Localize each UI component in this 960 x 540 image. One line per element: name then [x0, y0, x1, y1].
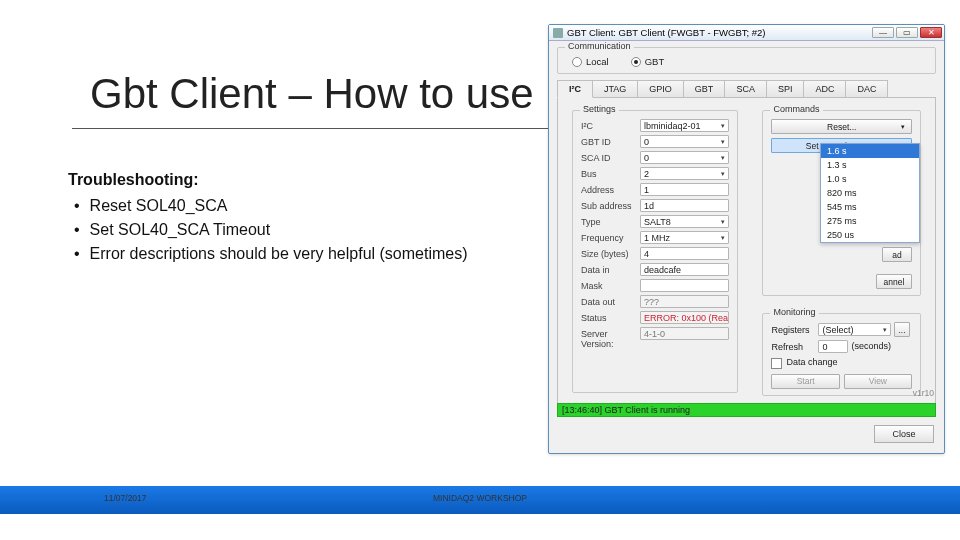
timeout-option[interactable]: 1.6 s — [821, 144, 919, 158]
registers-label: Registers — [771, 325, 815, 335]
settings-field-address[interactable]: 1 — [640, 183, 729, 196]
tab-bar: I²C JTAG GPIO GBT SCA SPI ADC DAC — [557, 80, 936, 98]
settings-field-sca-id[interactable]: 0▾ — [640, 151, 729, 164]
chevron-down-icon: ▾ — [883, 324, 887, 336]
radio-local-label: Local — [586, 56, 609, 67]
footer-center: MINIDAQ2 WORKSHOP — [433, 493, 527, 503]
bullet-reset: Reset SOL40_SCA — [74, 194, 488, 218]
settings-field-gbt-id[interactable]: 0▾ — [640, 135, 729, 148]
data-change-label: Data change — [786, 357, 837, 367]
close-icon[interactable]: ✕ — [920, 27, 942, 38]
app-icon — [553, 28, 563, 38]
settings-group: Settings I²Clbminidaq2-01▾GBT ID0▾SCA ID… — [572, 110, 738, 393]
settings-row-label: Bus — [581, 167, 636, 180]
registers-select[interactable]: (Select)▾ — [818, 323, 891, 336]
settings-row-label: Size (bytes) — [581, 247, 636, 260]
settings-row-label: Frequency — [581, 231, 636, 244]
data-change-checkbox[interactable] — [771, 358, 782, 369]
settings-field-size-bytes-[interactable]: 4 — [640, 247, 729, 260]
start-button[interactable]: Start — [771, 374, 839, 389]
seconds-label: (seconds) — [851, 340, 891, 353]
chevron-down-icon: ▾ — [721, 216, 725, 228]
minimize-button[interactable]: — — [872, 27, 894, 38]
tab-i2c[interactable]: I²C — [557, 80, 593, 98]
monitoring-group-label: Monitoring — [770, 307, 818, 317]
chevron-down-icon: ▾ — [721, 152, 725, 164]
timeout-option[interactable]: 250 us — [821, 228, 919, 242]
settings-field-type[interactable]: SALT8▾ — [640, 215, 729, 228]
settings-field-status: ERROR: 0x100 (Read) - Re — [640, 311, 729, 324]
settings-row-label: GBT ID — [581, 135, 636, 148]
settings-row-label: Type — [581, 215, 636, 228]
channel-button[interactable]: annel — [876, 274, 912, 289]
settings-field-data-in[interactable]: deadcafe — [640, 263, 729, 276]
monitoring-group: Monitoring Registers (Select)▾ ... Refre… — [762, 313, 921, 395]
settings-field-bus[interactable]: 2▾ — [640, 167, 729, 180]
radio-local[interactable]: Local — [572, 56, 609, 67]
commands-group-label: Commands — [770, 104, 822, 114]
gbt-client-window: GBT Client: GBT Client (FWGBT - FWGBT; #… — [548, 24, 945, 454]
version-label: v1r10 — [913, 388, 934, 398]
settings-row-label: Mask — [581, 279, 636, 292]
timeout-option[interactable]: 545 ms — [821, 200, 919, 214]
settings-field-frequency[interactable]: 1 MHz▾ — [640, 231, 729, 244]
timeout-option[interactable]: 820 ms — [821, 186, 919, 200]
footer-bar: 11/07/2017 MINIDAQ2 WORKSHOP — [0, 486, 960, 514]
reset-button[interactable]: Reset...▾ — [771, 119, 912, 134]
refresh-input[interactable]: 0 — [818, 340, 848, 353]
troubleshooting-block: Troubleshooting: Reset SOL40_SCA Set SOL… — [68, 168, 488, 266]
refresh-label: Refresh — [771, 342, 815, 352]
footer-date: 11/07/2017 — [104, 493, 147, 503]
settings-row-label: I²C — [581, 119, 636, 132]
troubleshooting-heading: Troubleshooting: — [68, 168, 488, 192]
status-bar: [13:46:40] GBT Client is running — [557, 403, 936, 417]
maximize-button[interactable]: ▭ — [896, 27, 918, 38]
settings-row-label: Address — [581, 183, 636, 196]
tab-jtag[interactable]: JTAG — [592, 80, 638, 98]
settings-field-i-c[interactable]: lbminidaq2-01▾ — [640, 119, 729, 132]
tab-spi[interactable]: SPI — [766, 80, 805, 98]
chevron-down-icon: ▾ — [721, 168, 725, 180]
chevron-down-icon: ▾ — [901, 123, 905, 131]
tab-dac[interactable]: DAC — [845, 80, 888, 98]
settings-group-label: Settings — [580, 104, 619, 114]
settings-row-label: Data in — [581, 263, 636, 276]
settings-field-data-out: ??? — [640, 295, 729, 308]
read-button[interactable]: ad — [882, 247, 912, 262]
tab-gbt[interactable]: GBT — [683, 80, 726, 98]
timeout-option[interactable]: 1.0 s — [821, 172, 919, 186]
communication-group: Communication Local GBT — [557, 47, 936, 74]
settings-field-mask[interactable] — [640, 279, 729, 292]
title-bar[interactable]: GBT Client: GBT Client (FWGBT - FWGBT; #… — [549, 25, 944, 41]
timeout-option[interactable]: 275 ms — [821, 214, 919, 228]
bullet-errors: Error descriptions should be very helpfu… — [74, 242, 488, 266]
radio-gbt[interactable]: GBT — [631, 56, 665, 67]
settings-row-label: SCA ID — [581, 151, 636, 164]
bullet-timeout: Set SOL40_SCA Timeout — [74, 218, 488, 242]
tab-gpio[interactable]: GPIO — [637, 80, 684, 98]
chevron-down-icon: ▾ — [721, 120, 725, 132]
close-button[interactable]: Close — [874, 425, 934, 443]
radio-gbt-label: GBT — [645, 56, 665, 67]
tab-panel: Settings I²Clbminidaq2-01▾GBT ID0▾SCA ID… — [557, 97, 936, 405]
page-title: Gbt Client – How to use — [90, 70, 534, 118]
sca-timeout-dropdown[interactable]: 1.6 s1.3 s1.0 s820 ms545 ms275 ms250 us — [820, 143, 920, 243]
settings-row-label: Sub address — [581, 199, 636, 212]
window-title: GBT Client: GBT Client (FWGBT - FWGBT; #… — [567, 27, 872, 38]
registers-value: (Select) — [822, 324, 853, 336]
settings-field-server-version-: 4-1-0 — [640, 327, 729, 340]
commands-group: Commands Reset...▾ Set SCA Timeout...▾ 1… — [762, 110, 921, 296]
settings-row-label: Data out — [581, 295, 636, 308]
tab-sca[interactable]: SCA — [724, 80, 767, 98]
settings-row-label: Server Version: — [581, 327, 636, 349]
chevron-down-icon: ▾ — [721, 136, 725, 148]
communication-group-label: Communication — [565, 41, 634, 51]
title-underline — [72, 128, 570, 129]
registers-browse-button[interactable]: ... — [894, 322, 910, 337]
reset-button-label: Reset... — [827, 122, 856, 132]
tab-adc[interactable]: ADC — [803, 80, 846, 98]
timeout-option[interactable]: 1.3 s — [821, 158, 919, 172]
settings-field-sub-address[interactable]: 1d — [640, 199, 729, 212]
view-button[interactable]: View — [844, 374, 912, 389]
chevron-down-icon: ▾ — [721, 232, 725, 244]
